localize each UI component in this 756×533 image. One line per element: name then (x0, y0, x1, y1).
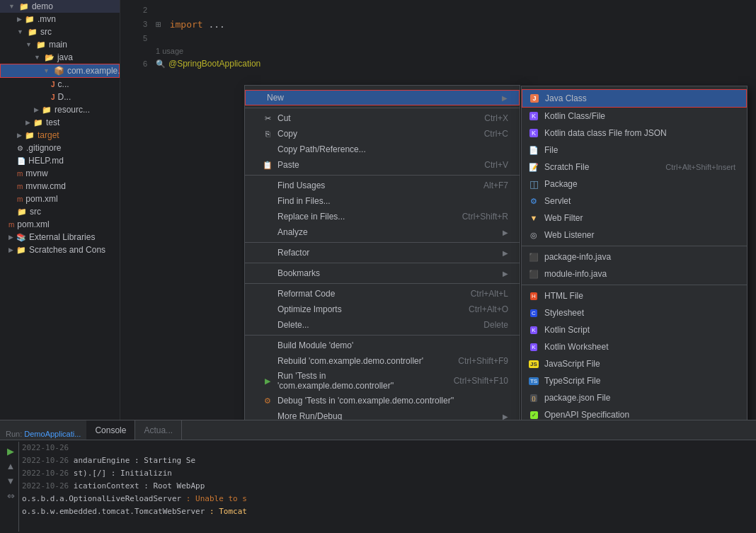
submenu-item-servlet[interactable]: ⚙ Servlet (522, 193, 747, 210)
submenu-label-openapi: OpenAPI Specification (544, 410, 629, 420)
menu-item-refactor[interactable]: Refactor ▶ (245, 245, 520, 260)
sidebar-item-scratches[interactable]: ▶ 📁 Scratches and Cons (0, 243, 120, 256)
sidebar-label-gitignore: .gitignore (26, 143, 61, 153)
sidebar-item-package[interactable]: ▼ 📦 com.example.demo (0, 64, 120, 78)
sidebar-item-test[interactable]: ▶ 📁 test (0, 116, 120, 129)
menu-new-label: New (267, 93, 496, 103)
sidebar-item-main[interactable]: ▼ 📁 main (0, 38, 120, 51)
submenu-item-scratch[interactable]: 📝 Scratch File Ctrl+Alt+Shift+Insert (522, 159, 747, 176)
submenu-item-file[interactable]: 📄 File (522, 142, 747, 159)
sidebar-item-resources[interactable]: ▶ 📁 resourc... (0, 103, 120, 116)
submenu-item-web-filter[interactable]: ▼ Web Filter (522, 210, 747, 227)
submenu-new: J Java Class K Kotlin Class/File K Kotli… (521, 86, 748, 420)
menu-item-copy-path[interactable]: Copy Path/Reference... (245, 142, 520, 157)
submenu-item-javascript[interactable]: JS JavaScript File (522, 355, 747, 372)
submenu-item-package[interactable]: ◫ Package (522, 176, 747, 193)
tab-actuator[interactable]: Actua... (135, 420, 182, 440)
folder-icon-extlibs: 📚 (16, 233, 26, 242)
copy-shortcut: Ctrl+C (484, 129, 508, 139)
submenu-item-typescript[interactable]: TS TypeScript File (522, 372, 747, 389)
submenu-item-kotlin-worksheet[interactable]: K Kotlin Worksheet (522, 338, 747, 355)
menu-item-cut[interactable]: ✂ Cut Ctrl+X (245, 110, 520, 126)
submenu-item-kotlin-class[interactable]: K Kotlin Class/File (522, 108, 747, 125)
menu-item-find-files[interactable]: Find in Files... (245, 193, 520, 209)
analyze-arrow-icon: ▶ (503, 229, 508, 236)
folder-icon-scratches: 📁 (16, 246, 26, 255)
ts-icon: TS (527, 374, 540, 387)
menu-item-build[interactable]: Build Module 'demo' (245, 338, 520, 353)
java-icon-2: J (51, 93, 55, 101)
menu-item-delete[interactable]: Delete... Delete (245, 317, 520, 333)
kotlin-data-icon: K (527, 127, 540, 139)
scroll-down-button[interactable]: ▼ (4, 474, 17, 487)
sidebar-label-test: test (46, 118, 59, 127)
sidebar-item-helpmd[interactable]: 📄 HELP.md (0, 154, 120, 167)
sidebar-item-demo[interactable]: ▼ 📁 demo (0, 0, 120, 13)
console-toolbar: ▶ ▲ ▼ ⇔ (3, 442, 19, 532)
chevron-right-icon-test: ▶ (25, 119, 30, 126)
sidebar-item-gitignore[interactable]: ⚙ .gitignore (0, 142, 120, 154)
sidebar-item-pom2[interactable]: m pom.xml (0, 218, 120, 231)
sidebar-item-java[interactable]: ▼ 📂 java (0, 51, 120, 64)
menu-item-find-usages[interactable]: Find Usages Alt+F7 (245, 178, 520, 193)
submenu-item-openapi[interactable]: ✓ OpenAPI Specification (522, 406, 747, 420)
menu-delete-label: Delete... (277, 320, 469, 330)
submenu-item-kotlin-data[interactable]: K Kotlin data class File from JSON (522, 125, 747, 142)
maven-icon-3: m (17, 195, 23, 203)
menu-item-rebuild[interactable]: Rebuild 'com.example.demo.controller' Ct… (245, 353, 520, 369)
run-icon: ▶ (262, 377, 273, 386)
scroll-up-button[interactable]: ▲ (4, 459, 17, 472)
menu-item-new[interactable]: New ▶ (245, 90, 520, 105)
submenu-item-java-class[interactable]: J Java Class (522, 89, 747, 108)
menu-item-paste[interactable]: 📋 Paste Ctrl+V (245, 157, 520, 173)
log-text-2: andaruEngine : Starting Se (74, 456, 195, 465)
submenu-label-typescript: TypeScript File (544, 376, 600, 386)
menu-item-optimize[interactable]: Optimize Imports Ctrl+Alt+O (245, 302, 520, 317)
openapi-icon: ✓ (527, 408, 540, 420)
code-lines: 2 3 ⊞ import ... 5 1 usage (120, 0, 756, 74)
menu-item-debug-tests[interactable]: ⚙ Debug 'Tests in 'com.example.demo.cont… (245, 393, 520, 408)
menu-item-copy[interactable]: ⎘ Copy Ctrl+C (245, 126, 520, 142)
submenu-label-web-filter: Web Filter (544, 213, 583, 223)
submenu-item-package-info[interactable]: ⬛ package-info.java (522, 248, 747, 265)
sidebar-item-src[interactable]: ▼ 📁 src (0, 25, 120, 38)
submenu-item-html[interactable]: H HTML File (522, 287, 747, 304)
line-num-3: 3 (126, 20, 147, 28)
menu-item-reformat[interactable]: Reformat Code Ctrl+Alt+L (245, 286, 520, 302)
sidebar-item-mvnw[interactable]: m mvnw (0, 167, 120, 180)
menu-item-run-tests[interactable]: ▶ Run 'Tests in 'com.example.demo.contro… (245, 369, 520, 393)
menu-item-more-run[interactable]: More Run/Debug ▶ (245, 408, 520, 420)
submenu-item-package-json[interactable]: {} package.json File (522, 389, 747, 406)
submenu-item-kotlin-script[interactable]: K Kotlin Script (522, 321, 747, 338)
sidebar-item-target[interactable]: ▶ 📁 target (0, 129, 120, 142)
scratch-shortcut: Ctrl+Alt+Shift+Insert (665, 163, 735, 171)
sidebar-item-pom1[interactable]: m pom.xml (0, 193, 120, 205)
html-icon: H (527, 290, 540, 302)
sidebar-item-extlibs[interactable]: ▶ 📚 External Libraries (0, 231, 120, 243)
sidebar-item-mvn[interactable]: ▶ 📁 .mvn (0, 13, 120, 25)
menu-item-analyze[interactable]: Analyze ▶ (245, 224, 520, 240)
submenu-item-module-info[interactable]: ⬛ module-info.java (522, 265, 747, 282)
menu-analyze-label: Analyze (277, 227, 497, 237)
submenu-item-stylesheet[interactable]: C Stylesheet (522, 304, 747, 321)
wrap-button[interactable]: ⇔ (4, 489, 17, 502)
sidebar: ▼ 📁 demo ▶ 📁 .mvn ▼ 📁 src ▼ 📁 main ▼ (0, 0, 120, 420)
menu-item-bookmarks[interactable]: Bookmarks ▶ (245, 265, 520, 281)
submenu-item-web-listener[interactable]: ◎ Web Listener (522, 227, 747, 243)
delete-shortcut: Delete (483, 320, 508, 330)
sidebar-item-class2[interactable]: J D... (0, 91, 120, 103)
tab-console[interactable]: Console (86, 420, 135, 440)
sidebar-item-class1[interactable]: J c... (0, 78, 120, 91)
submenu-label-file: File (544, 145, 558, 155)
menu-sep-1 (245, 108, 520, 108)
chevron-down-icon-src: ▼ (17, 28, 23, 35)
line-num-2: 2 (126, 6, 147, 14)
sidebar-item-mvnwcmd[interactable]: m mvnw.cmd (0, 180, 120, 193)
sidebar-item-src2[interactable]: 📁 src (0, 205, 120, 218)
run-button[interactable]: ▶ (4, 445, 17, 457)
main-container: ▼ 📁 demo ▶ 📁 .mvn ▼ 📁 src ▼ 📁 main ▼ (0, 0, 756, 533)
menu-paste-label: Paste (277, 160, 470, 170)
tab-console-label: Console (95, 425, 126, 435)
menu-item-replace[interactable]: Replace in Files... Ctrl+Shift+R (245, 209, 520, 224)
menu-run-tests-label: Run 'Tests in 'com.example.demo.controll… (277, 371, 440, 391)
